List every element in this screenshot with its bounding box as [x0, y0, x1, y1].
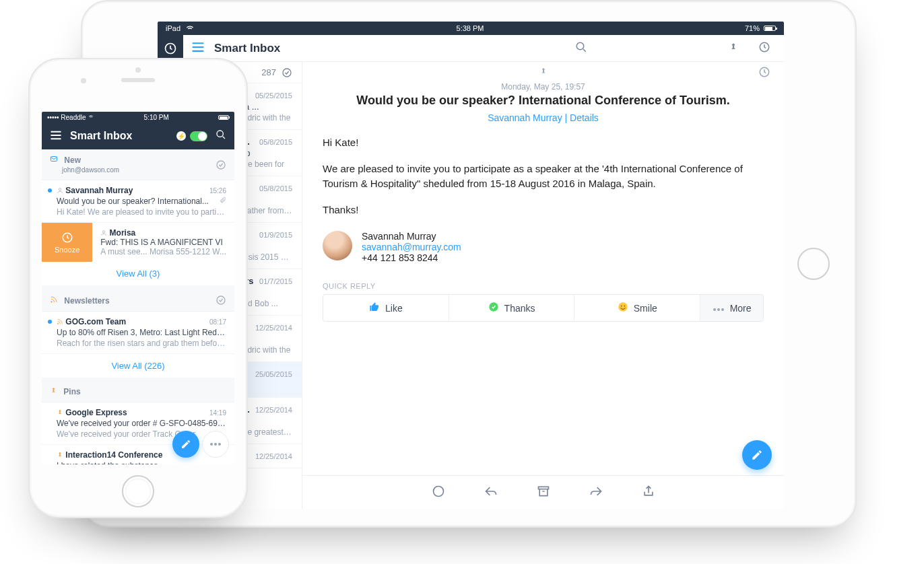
svg-point-7: [621, 306, 622, 307]
body-thanks: Thanks!: [323, 203, 764, 218]
iphone-status-bar: ••••• Readdle 5:10 PM: [42, 112, 234, 122]
item-date: 05/25/2015: [255, 92, 292, 100]
wifi-icon: [185, 22, 195, 34]
svg-point-5: [489, 303, 498, 312]
svg-point-1: [576, 42, 584, 50]
device-label: iPad: [166, 24, 180, 32]
item-date: 12/25/2014: [255, 452, 292, 460]
rss-icon: [50, 296, 60, 306]
section-new: New john@dawson.com Savannah Murray 15:2…: [42, 149, 234, 285]
sig-email[interactable]: savannah@murray.com: [362, 242, 461, 252]
compose-button[interactable]: [172, 431, 199, 458]
svg-point-9: [713, 308, 716, 311]
qr-smile-button[interactable]: Smile: [574, 295, 700, 321]
item-date: 05/8/2015: [259, 138, 292, 146]
archive-icon[interactable]: [537, 485, 550, 501]
view-all-link[interactable]: View All (3): [42, 262, 234, 285]
svg-rect-13: [538, 487, 548, 489]
item-date: 12/25/2014: [255, 324, 292, 332]
message-reader: Monday, May 25, 19:57 Would you be our s…: [302, 62, 784, 509]
svg-point-16: [217, 161, 225, 169]
compose-button[interactable]: [742, 440, 772, 470]
menu-icon[interactable]: [50, 129, 62, 143]
list-item[interactable]: GOG.com Team 08:17 Up to 80% off Risen 3…: [42, 312, 234, 354]
flash-icon: ⚡: [176, 131, 186, 141]
smile-icon: [618, 302, 628, 314]
svg-point-12: [433, 486, 443, 496]
svg-point-6: [618, 303, 627, 312]
select-all-icon[interactable]: [282, 67, 292, 78]
message-from[interactable]: Savannah Murray | Details: [323, 112, 764, 123]
message-date: Monday, May 25, 19:57: [323, 82, 764, 92]
ipad-status-bar: iPad 5:38 PM 71%: [158, 22, 784, 35]
quick-reply-label: QUICK REPLY: [323, 282, 764, 290]
forward-icon[interactable]: [589, 485, 603, 501]
svg-point-19: [103, 231, 105, 233]
inbox-count: 287: [261, 67, 276, 77]
unread-dot-icon: [48, 188, 52, 192]
svg-point-11: [721, 308, 724, 311]
view-all-link[interactable]: View All (226): [42, 354, 234, 378]
iphone-home-button[interactable]: [122, 475, 154, 507]
item-date: 25/05/2015: [255, 370, 292, 378]
qr-like-button[interactable]: Like: [323, 295, 449, 321]
share-icon[interactable]: [642, 485, 655, 501]
ipad-screen: iPad 5:38 PM 71% Smart Inbox: [158, 22, 784, 509]
list-item-swiped[interactable]: Snooze Morisa Fwd: THIS IS A MAGNIFICENT…: [42, 223, 234, 262]
svg-point-20: [51, 301, 53, 302]
inbox-title: Smart Inbox: [214, 42, 280, 55]
signature: Savannah Murray savannah@murray.com +44 …: [323, 231, 764, 263]
clock-icon[interactable]: [758, 41, 770, 56]
svg-point-23: [210, 443, 213, 446]
reply-icon[interactable]: [484, 485, 498, 501]
body-main: We are pleased to invite you to particip…: [323, 162, 764, 192]
menu-icon[interactable]: [191, 40, 205, 56]
pin-icon[interactable]: [729, 42, 738, 55]
status-time: 5:10 PM: [144, 114, 169, 121]
battery-icon: [764, 26, 776, 31]
list-item[interactable]: Savannah Murray 15:26 Would you be our s…: [42, 180, 234, 223]
ipad-home-button[interactable]: [797, 248, 830, 280]
item-date: 01/7/2015: [259, 277, 292, 285]
reader-clock-icon[interactable]: [758, 66, 770, 81]
more-dots-icon: [713, 303, 725, 314]
reader-pin-icon[interactable]: [539, 66, 548, 78]
check-circle-icon[interactable]: [216, 295, 226, 306]
message-body: Hi Kate! We are pleased to invite you to…: [323, 135, 764, 217]
thumbs-up-icon: [369, 302, 380, 314]
qr-thanks-button[interactable]: Thanks: [449, 295, 575, 321]
search-icon[interactable]: [216, 129, 226, 143]
svg-point-24: [214, 443, 217, 446]
attachment-icon: [220, 197, 226, 205]
ipad-navbar: Smart Inbox: [158, 35, 784, 62]
section-newsletters: Newsletters GOG.com Team 08:17 Up to 80%…: [42, 289, 234, 378]
check-circle-icon[interactable]: [216, 160, 226, 170]
quick-reply: QUICK REPLY Like Thanks: [323, 282, 764, 322]
snooze-button[interactable]: Snooze: [42, 223, 92, 262]
svg-point-17: [59, 188, 61, 190]
svg-point-22: [57, 323, 58, 324]
more-button[interactable]: [202, 431, 229, 458]
iphone-device: ••••• Readdle 5:10 PM Smart Inbox ⚡: [28, 58, 248, 518]
mail-icon: [50, 155, 60, 165]
svg-point-3: [283, 69, 291, 77]
iphone-body[interactable]: New john@dawson.com Savannah Murray 15:2…: [42, 149, 234, 464]
read-icon[interactable]: [432, 485, 445, 501]
svg-point-10: [717, 308, 720, 311]
reader-toolbar: [302, 475, 784, 509]
toggle-switch[interactable]: [190, 131, 207, 141]
ipad-split: 287 ty Fair 05/25/2015 bassed, I remarke…: [158, 62, 784, 509]
check-circle-icon: [488, 302, 499, 314]
status-time: 5:38 PM: [457, 24, 484, 32]
pin-icon: [50, 387, 59, 396]
item-date: 05/8/2015: [259, 184, 292, 192]
search-icon[interactable]: [575, 41, 587, 56]
svg-point-14: [217, 131, 223, 137]
battery-percent: 71%: [745, 24, 760, 32]
iphone-screen: ••••• Readdle 5:10 PM Smart Inbox ⚡: [42, 112, 234, 464]
sig-name: Savannah Murray: [362, 231, 461, 242]
item-date: 12/25/2014: [255, 406, 292, 414]
body-greeting: Hi Kate!: [323, 135, 764, 151]
item-date: 01/9/2015: [259, 231, 292, 239]
qr-more-button[interactable]: More: [700, 295, 763, 321]
